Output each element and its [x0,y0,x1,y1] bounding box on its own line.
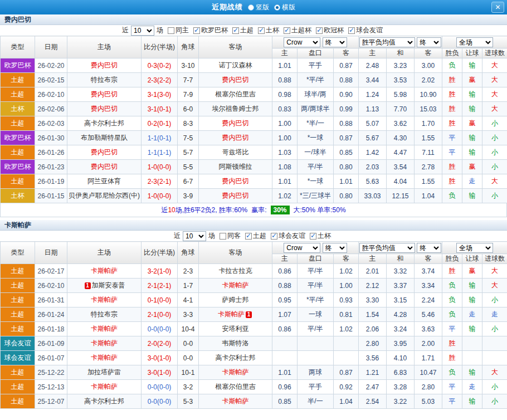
checkbox-label: 球会友谊 [279,231,305,241]
away-team-name: 费内巴切 [222,192,249,199]
crow-away-odds: 0.90 [334,87,359,102]
home-team-name: 费内巴切 [91,61,118,69]
radio-vertical-icon[interactable] [248,4,254,11]
away-team: 费内巴切 [199,174,272,189]
match-result: 胜 [442,264,462,279]
crow-away-odds: 1.00 [334,279,359,293]
avg-draw-odds: 3.24 [387,322,415,336]
corners: 3-3 [178,307,199,322]
score: 2-1(2-1) [142,279,178,293]
avg-odds-select[interactable]: 胜平负均值 [359,243,415,253]
competition-filter-checkbox[interactable]: 球会友谊 [348,26,383,35]
handicap-result: 走 [462,380,482,394]
home-team-name: 卡斯帕萨 [91,383,118,390]
corners: 10-4 [178,322,199,336]
crow-home-odds: 1.02 [272,189,298,203]
handicap-line: 平/半 [298,264,334,279]
crow-away-odds: 0.99 [334,102,359,116]
competition-type: 土超 [1,116,35,131]
handicap-result: 赢 [462,264,482,279]
avg-draw-odds: 3.15 [387,293,415,307]
col-avg-home: 主 [359,254,387,264]
competition-filter-checkbox[interactable]: 欧罗巴杯 [193,26,228,35]
home-team-name: 卡斯帕萨 [91,325,118,333]
competition-filter-checkbox[interactable]: 土超 [232,26,254,35]
match-date: 26-02-06 [35,102,67,116]
away-team: 卡斯帕萨 [199,365,272,380]
over-under-result: 小 [482,380,507,394]
home-team: 高卡尔利士邦 [67,116,142,131]
checkbox-label: 土杯 [266,26,279,35]
odds-final-select[interactable]: 终 [323,37,347,47]
match-date: 26-02-20 [35,58,67,73]
avg-odds-header: 胜平负均值 终 [359,242,442,254]
home-team-name: 高卡尔利士邦 [84,119,124,127]
competition-filter-checkbox[interactable]: 同客 [220,231,241,241]
avg-final-select[interactable]: 终 [417,243,441,253]
col-odds-home: 主 [272,48,298,58]
win-rate-label: 赢率: [251,206,266,215]
odds-final-select[interactable]: 终 [323,243,347,253]
match-result: 胜 [442,174,462,189]
competition-filter-checkbox[interactable]: 土杯 [310,231,331,241]
crow-away-odds: 0.80 [334,189,359,203]
scope-select[interactable]: 全场 [456,243,493,253]
competition-type: 土超 [1,394,35,409]
col-odds-line: 盘口 [298,48,334,58]
team-name: 卡斯帕萨 [4,221,31,229]
crow-away-odds: 0.87 [334,131,359,145]
checkbox-icon [168,27,174,34]
handicap-line: 一/球半 [298,145,334,160]
crow-away-odds: 1.02 [334,264,359,279]
avg-home-odds: 2.03 [359,160,387,174]
match-date: 26-01-23 [35,160,67,174]
competition-filter-checkbox[interactable]: 球会友谊 [271,231,305,241]
avg-odds-header: 胜平负均值 终 [359,36,442,48]
score: 1-1(0-1) [142,131,178,145]
match-row: 土杯 26-01-15 贝伊奥卢耶尼恰尔西(中) 1-0(0-0) 3-9 费内… [1,189,507,203]
crow-home-odds: 1.00 [272,131,298,145]
col-type: 类型 [1,242,35,264]
match-date: 26-01-19 [35,174,67,189]
odds-source-select[interactable]: Crow [284,37,320,47]
competition-filter-checkbox[interactable]: 同主 [168,26,189,35]
crow-away-odds: 1.01 [334,174,359,189]
close-button[interactable]: ✕ [491,2,504,13]
competition-filter-checkbox[interactable]: 土超 [245,231,266,241]
crow-home-odds: 0.96 [272,380,298,394]
crow-home-odds: 0.86 [272,264,298,279]
handicap-line: 两/两球半 [298,102,334,116]
match-date: 25-12-07 [35,394,67,409]
avg-draw-odds: 3.23 [387,58,415,73]
crow-home-odds: 1.07 [272,307,298,322]
matches-count-select[interactable]: 10 [183,231,206,241]
competition-filter-checkbox[interactable]: 欧冠杯 [316,26,344,35]
match-row: 土超 26-01-19 阿兰亚体育 2-3(2-1) 6-7 费内巴切 1.01… [1,174,507,189]
avg-draw-odds: 3.62 [387,116,415,131]
crow-away-odds [334,336,359,351]
col-odds-away: 客 [334,254,359,264]
col-avg-away: 客 [415,254,442,264]
layout-horizontal-option[interactable]: 横版 [274,3,295,12]
avg-odds-select[interactable]: 胜平负均值 [359,37,415,47]
radio-horizontal-icon[interactable] [274,4,280,11]
odds-source-select[interactable]: Crow [284,243,320,253]
competition-filter-checkbox[interactable]: 土杯 [258,26,279,35]
checkbox-icon [348,27,355,34]
filter-bar: 近 10 场 同客 土超 球会友谊 土杯 [0,231,507,241]
layout-vertical-option[interactable]: 竖版 [248,3,269,12]
home-team-name: 费内巴切 [91,148,118,156]
away-team-name: 哥兹塔比 [222,148,249,156]
scope-select[interactable]: 全场 [456,37,493,47]
handicap-line [298,351,334,365]
checkbox-label: 同客 [227,231,241,241]
match-row: 土超 26-01-24 特拉布宗 2-1(0-0) 3-3 卡斯帕萨1 1.07… [1,307,507,322]
avg-final-select[interactable]: 终 [417,37,441,47]
home-team-name: 布加勒斯特星队 [81,134,128,141]
competition-filter-checkbox[interactable]: 土超杯 [284,26,311,35]
avg-home-odds: 2.54 [359,394,387,409]
home-team: 费内巴切 [67,58,142,73]
matches-label: 场 [157,26,163,35]
matches-count-select[interactable]: 10 [131,26,154,36]
avg-home-odds: 5.67 [359,131,387,145]
